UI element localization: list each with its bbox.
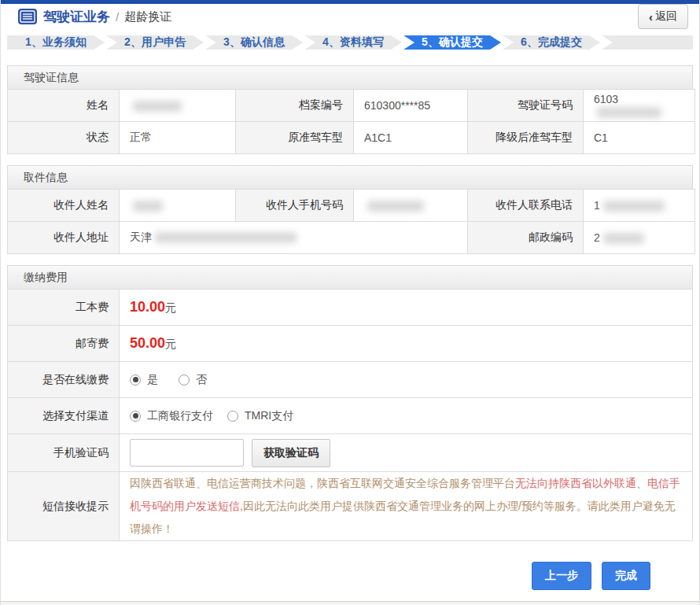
status-value: 正常 bbox=[120, 122, 236, 154]
radio-unselected-icon bbox=[227, 411, 238, 422]
orig-class-value: A1C1 bbox=[354, 122, 468, 154]
recipient-addr-value: 天津 bbox=[120, 222, 468, 254]
table-row: 收件人姓名 收件人手机号码 收件人联系电话 1 bbox=[8, 190, 695, 222]
redacted-license-no bbox=[597, 107, 661, 118]
table-row: 姓名 档案编号 610300****85 驾驶证号码 6103 bbox=[8, 90, 695, 122]
name-label: 姓名 bbox=[8, 90, 120, 122]
section-payment: 缴纳费用 工本费 10.00元 邮寄费 50.00元 是否在线缴费 bbox=[7, 265, 693, 541]
footer-actions: 上一步 完成 bbox=[1, 552, 699, 601]
previous-step-button[interactable]: 上一步 bbox=[532, 562, 591, 590]
step-wizard: 1、业务须知 2、用户申告 3、确认信息 4、资料填写 5、确认提交 6、完成提… bbox=[7, 35, 693, 50]
step-1-notice[interactable]: 1、业务须知 bbox=[7, 35, 105, 50]
note-part1: 因陕西省联通、电信运营商技术问题，陕西省互联网交通安全综合服务管理平台 bbox=[130, 477, 515, 489]
channel-tmri-radio[interactable]: TMRI支付 bbox=[227, 409, 293, 423]
file-no-value: 610300****85 bbox=[354, 90, 468, 122]
recipient-mobile-value bbox=[354, 190, 468, 222]
table-row: 邮寄费 50.00元 bbox=[8, 326, 693, 362]
table-row: 状态 正常 原准驾车型 A1C1 降级后准驾车型 C1 bbox=[8, 122, 695, 154]
page-header: 驾驶证业务 / 超龄换证 ‹ 返回 bbox=[1, 4, 699, 29]
table-row: 是否在线缴费 是 否 bbox=[8, 362, 693, 398]
step-4-fill-data[interactable]: 4、资料填写 bbox=[304, 35, 402, 50]
channel-icbc-label: 工商银行支付 bbox=[147, 409, 213, 423]
section-title-pickup: 取件信息 bbox=[7, 165, 693, 189]
finish-button[interactable]: 完成 bbox=[602, 562, 650, 590]
channel-label: 选择支付渠道 bbox=[8, 398, 120, 434]
online-pay-no-radio[interactable]: 否 bbox=[179, 373, 207, 387]
online-pay-label: 是否在线缴费 bbox=[8, 362, 120, 398]
redacted-recipient-mobile bbox=[367, 201, 424, 212]
postage-unit: 元 bbox=[165, 338, 176, 350]
payment-table: 工本费 10.00元 邮寄费 50.00元 是否在线缴费 是 bbox=[7, 289, 693, 541]
radio-unselected-icon bbox=[179, 374, 190, 386]
table-row: 手机验证码 获取验证码 bbox=[8, 434, 693, 472]
online-pay-yes-radio[interactable]: 是 bbox=[130, 373, 158, 387]
step-3-confirm-info[interactable]: 3、确认信息 bbox=[205, 35, 303, 50]
license-info-table: 姓名 档案编号 610300****85 驾驶证号码 6103 状态 正常 原准… bbox=[7, 89, 695, 154]
channel-options: 工商银行支付 TMRI支付 bbox=[120, 398, 693, 434]
status-label: 状态 bbox=[8, 122, 120, 154]
redacted-recipient-tel bbox=[603, 201, 665, 212]
license-no-value: 6103 bbox=[584, 90, 695, 122]
recipient-mobile-label: 收件人手机号码 bbox=[236, 190, 354, 222]
radio-selected-icon bbox=[130, 374, 141, 386]
channel-tmri-label: TMRI支付 bbox=[245, 409, 293, 423]
fee-amount: 10.00 bbox=[130, 299, 165, 315]
down-class-label: 降级后准驾车型 bbox=[468, 122, 584, 154]
orig-class-label: 原准驾车型 bbox=[236, 122, 354, 154]
section-title-payment: 缴纳费用 bbox=[7, 265, 693, 289]
step-wizard-filler bbox=[602, 35, 693, 50]
online-pay-options: 是 否 bbox=[120, 362, 693, 398]
radio-selected-icon bbox=[130, 411, 141, 422]
postcode-value: 2 bbox=[584, 222, 695, 254]
redacted-recipient-addr bbox=[155, 232, 297, 243]
page-title: 驾驶证业务 bbox=[43, 8, 110, 26]
fee-value: 10.00元 bbox=[120, 290, 693, 326]
fee-unit: 元 bbox=[165, 301, 176, 314]
back-button[interactable]: ‹ 返回 bbox=[638, 4, 688, 29]
redacted-recipient-name bbox=[133, 201, 163, 212]
name-value bbox=[120, 90, 236, 122]
sms-code-input[interactable] bbox=[130, 439, 244, 467]
list-icon bbox=[18, 9, 37, 24]
redacted-postcode bbox=[603, 233, 644, 244]
step-2-declaration[interactable]: 2、用户申告 bbox=[106, 35, 204, 50]
license-no-label: 驾驶证号码 bbox=[468, 90, 584, 122]
section-pickup-info: 取件信息 收件人姓名 收件人手机号码 收件人联系电话 1 收件人地址 天津 邮政… bbox=[7, 165, 693, 254]
fee-label: 工本费 bbox=[8, 290, 120, 326]
page-subtitle: 超龄换证 bbox=[124, 9, 171, 24]
recipient-name-label: 收件人姓名 bbox=[8, 190, 120, 222]
step-5-confirm-submit[interactable]: 5、确认提交 bbox=[403, 35, 501, 50]
get-code-button[interactable]: 获取验证码 bbox=[252, 439, 330, 467]
table-row: 短信接收提示 因陕西省联通、电信运营商技术问题，陕西省互联网交通安全综合服务管理… bbox=[8, 472, 693, 541]
table-row: 工本费 10.00元 bbox=[8, 290, 693, 326]
sms-code-label: 手机验证码 bbox=[8, 434, 120, 472]
online-pay-no-label: 否 bbox=[196, 373, 207, 387]
channel-icbc-radio[interactable]: 工商银行支付 bbox=[130, 409, 213, 423]
section-title-license: 驾驶证信息 bbox=[7, 65, 693, 89]
chevron-left-icon: ‹ bbox=[649, 11, 653, 23]
sms-note-label: 短信接收提示 bbox=[8, 472, 120, 541]
postage-value: 50.00元 bbox=[120, 326, 693, 362]
page-footer-strip bbox=[1, 602, 699, 605]
page-container: 驾驶证业务 / 超龄换证 ‹ 返回 1、业务须知 2、用户申告 3、确认信息 4… bbox=[0, 0, 700, 605]
sms-note-text: 因陕西省联通、电信运营商技术问题，陕西省互联网交通安全综合服务管理平台无法向持陕… bbox=[120, 472, 693, 541]
sms-code-cell: 获取验证码 bbox=[120, 434, 693, 472]
online-pay-yes-label: 是 bbox=[147, 373, 158, 387]
recipient-tel-label: 收件人联系电话 bbox=[468, 190, 584, 222]
step-6-complete[interactable]: 6、完成提交 bbox=[503, 35, 600, 50]
down-class-value: C1 bbox=[584, 122, 695, 154]
table-row: 选择支付渠道 工商银行支付 TMRI支付 bbox=[8, 398, 693, 434]
breadcrumb-separator: / bbox=[116, 10, 119, 24]
recipient-addr-label: 收件人地址 bbox=[8, 222, 120, 254]
redacted-name bbox=[133, 101, 182, 112]
postage-amount: 50.00 bbox=[130, 335, 165, 351]
back-button-label: 返回 bbox=[655, 9, 677, 24]
table-row: 收件人地址 天津 邮政编码 2 bbox=[8, 222, 695, 254]
recipient-tel-value: 1 bbox=[584, 190, 695, 222]
section-license-info: 驾驶证信息 姓名 档案编号 610300****85 驾驶证号码 6103 状态… bbox=[7, 65, 693, 154]
file-no-label: 档案编号 bbox=[236, 90, 354, 122]
recipient-name-value bbox=[120, 190, 236, 222]
postcode-label: 邮政编码 bbox=[468, 222, 584, 254]
pickup-info-table: 收件人姓名 收件人手机号码 收件人联系电话 1 收件人地址 天津 邮政编码 2 bbox=[7, 189, 695, 254]
postage-label: 邮寄费 bbox=[8, 326, 120, 362]
